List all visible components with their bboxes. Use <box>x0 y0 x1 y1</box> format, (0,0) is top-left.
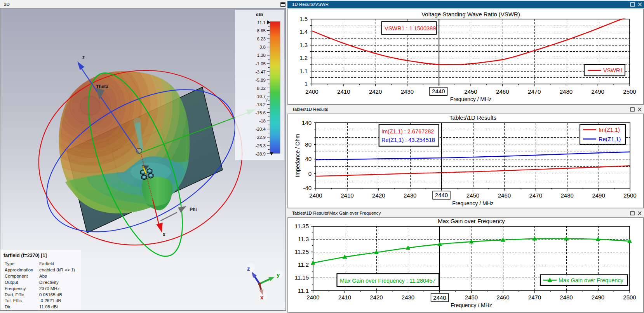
svg-text:Frequency / MHz: Frequency / MHz <box>451 302 492 308</box>
svg-text:0: 0 <box>308 170 312 177</box>
svg-text:2440: 2440 <box>433 294 446 301</box>
svg-text:2420: 2420 <box>369 88 382 95</box>
svg-text:1.3: 1.3 <box>299 42 308 48</box>
svg-text:2450: 2450 <box>465 294 478 301</box>
svg-text:Max Gain over Frequency: Max Gain over Frequency <box>559 277 624 283</box>
svg-text:11.3: 11.3 <box>298 236 309 242</box>
svg-text:2450: 2450 <box>464 88 477 95</box>
svg-text:1.1: 1.1 <box>299 68 308 74</box>
svg-text:2410: 2410 <box>338 294 351 301</box>
svg-text:Im(Z1,1): Im(Z1,1) <box>599 127 620 133</box>
svg-text:Frequency / MHz: Frequency / MHz <box>452 200 494 206</box>
svg-text:1.5: 1.5 <box>299 16 308 22</box>
svg-text:2400: 2400 <box>306 294 319 301</box>
svg-text:2430: 2430 <box>402 294 414 301</box>
svg-text:2410: 2410 <box>337 88 350 95</box>
svg-text:2500: 2500 <box>623 192 636 199</box>
svg-text:2470: 2470 <box>529 192 542 199</box>
svg-text:2480: 2480 <box>560 88 573 95</box>
svg-text:Max Gain over Frequency: Max Gain over Frequency <box>438 218 505 224</box>
svg-text:2470: 2470 <box>528 294 541 301</box>
svg-text:2500: 2500 <box>623 294 636 301</box>
svg-text:VSWR1 : 1.1500389: VSWR1 : 1.1500389 <box>385 25 436 31</box>
svg-text:Re(Z1,1) : 43.254518: Re(Z1,1) : 43.254518 <box>381 137 435 143</box>
svg-text:2400: 2400 <box>305 88 318 95</box>
svg-text:Max Gain over Frequency : 11.2: Max Gain over Frequency : 11.280457 <box>340 278 435 284</box>
svg-text:2500: 2500 <box>623 88 636 95</box>
svg-text:140: 140 <box>302 119 312 126</box>
svg-text:Re(Z1,1): Re(Z1,1) <box>599 136 621 142</box>
svg-text:2480: 2480 <box>560 294 573 301</box>
svg-text:1.2: 1.2 <box>299 54 308 61</box>
svg-text:2470: 2470 <box>528 88 541 95</box>
svg-text:2460: 2460 <box>498 192 511 199</box>
svg-text:2490: 2490 <box>592 192 605 199</box>
svg-text:11.1: 11.1 <box>298 287 309 294</box>
svg-text:2440: 2440 <box>432 88 445 94</box>
svg-text:2420: 2420 <box>372 192 385 199</box>
svg-text:2460: 2460 <box>496 88 509 95</box>
svg-text:2420: 2420 <box>370 294 383 301</box>
svg-text:2400: 2400 <box>309 192 322 199</box>
svg-text:80: 80 <box>305 141 312 148</box>
svg-text:2480: 2480 <box>561 192 574 199</box>
svg-text:40: 40 <box>305 156 312 162</box>
svg-text:1: 1 <box>305 80 308 87</box>
svg-text:1.4: 1.4 <box>299 28 308 35</box>
svg-text:Impedance / Ohm: Impedance / Ohm <box>294 134 301 177</box>
svg-text:2490: 2490 <box>592 88 604 95</box>
svg-text:Im(Z1,1) : 2.6767282: Im(Z1,1) : 2.6767282 <box>381 128 434 135</box>
svg-text:2460: 2460 <box>496 294 509 301</box>
svg-text:Frequency / MHz: Frequency / MHz <box>450 96 492 102</box>
svg-text:2410: 2410 <box>341 192 353 199</box>
svg-text:Voltage Standing Wave Ratio (V: Voltage Standing Wave Ratio (VSWR) <box>421 11 520 17</box>
svg-text:2450: 2450 <box>466 192 479 199</box>
svg-text:11.15: 11.15 <box>295 274 309 281</box>
svg-text:2430: 2430 <box>401 88 414 95</box>
svg-text:2440: 2440 <box>435 192 448 198</box>
svg-text:11.2: 11.2 <box>298 261 309 268</box>
svg-text:Tables\1D Results: Tables\1D Results <box>449 114 496 121</box>
svg-text:2430: 2430 <box>404 192 416 199</box>
svg-text:11.35: 11.35 <box>295 223 309 229</box>
svg-text:11.25: 11.25 <box>295 248 309 255</box>
svg-text:-40: -40 <box>303 185 312 191</box>
svg-text:2490: 2490 <box>592 294 604 301</box>
svg-text:VSWR1: VSWR1 <box>603 67 623 73</box>
